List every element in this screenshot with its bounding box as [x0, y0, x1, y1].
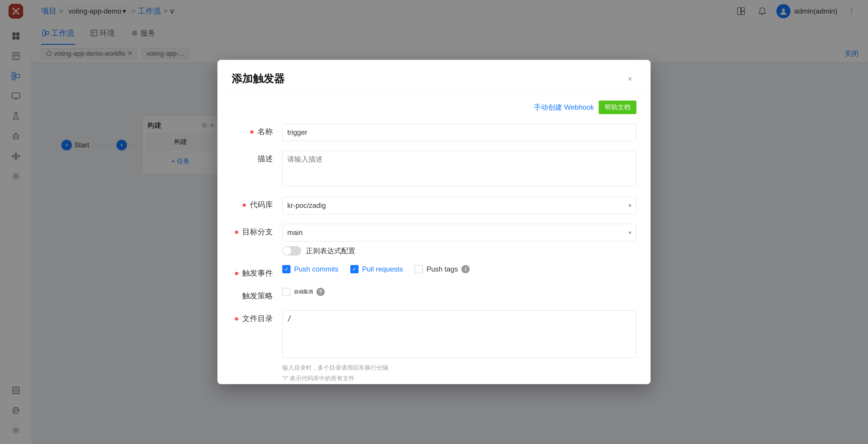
- form-row-desc: 描述: [231, 151, 637, 187]
- repo-label: ● 代码库: [231, 197, 273, 210]
- filedir-input[interactable]: /: [282, 310, 637, 358]
- regex-toggle[interactable]: [282, 246, 301, 256]
- auto-cancel-label: 自动取消: [294, 289, 313, 295]
- branch-value: main: [287, 229, 303, 237]
- modal-overlay: 添加触发器 × 手动创建 Webhook 帮助文档 ● 名称: [0, 0, 868, 444]
- repo-select[interactable]: kr-poc/zadig ▾: [282, 197, 637, 214]
- events-checkbox-group: ✓ Push commits ✓ Pull requests Push tags…: [282, 265, 637, 273]
- branch-label: ● 目标分支: [231, 224, 273, 237]
- filedir-required: ●: [234, 314, 239, 323]
- form-row-filedir: ● 文件目录 / 输入目录时，多个目录请用回车换行分隔 "/" 表示代码库中的所…: [231, 310, 637, 384]
- branch-select[interactable]: main ▾: [282, 224, 637, 241]
- filedir-label: ● 文件目录: [231, 310, 273, 324]
- desc-field: [282, 151, 637, 187]
- repo-required: ●: [242, 200, 247, 209]
- form-row-events: ● 触发事件 ✓ Push commits ✓ Pull requests: [231, 265, 637, 278]
- events-label: ● 触发事件: [231, 265, 273, 278]
- form-row-branch: ● 目标分支 main ▾ 正则表达式配置: [231, 224, 637, 256]
- push-tags-checkbox[interactable]: [414, 265, 423, 273]
- strategy-field: 自动取消 ?: [282, 288, 637, 296]
- modal-body: 手动创建 Webhook 帮助文档 ● 名称 描述: [217, 93, 651, 384]
- desc-label: 描述: [231, 151, 273, 164]
- push-commits-checkbox[interactable]: ✓: [282, 265, 290, 273]
- pull-requests-label: Pull requests: [362, 265, 403, 273]
- name-label: ● 名称: [231, 123, 273, 137]
- push-commits-label: Push commits: [294, 265, 339, 273]
- help-doc-btn[interactable]: 帮助文档: [599, 100, 637, 114]
- repo-value: kr-poc/zadig: [287, 201, 326, 210]
- auto-cancel-checkbox[interactable]: [282, 288, 290, 296]
- push-tags-label: Push tags: [426, 265, 458, 273]
- regex-toggle-label: 正则表达式配置: [306, 246, 355, 256]
- modal-title: 添加触发器: [231, 72, 285, 86]
- strategy-row: 自动取消 ?: [282, 288, 637, 296]
- form-row-strategy: 触发策略 自动取消 ?: [231, 288, 637, 301]
- push-commits-item[interactable]: ✓ Push commits: [282, 265, 339, 273]
- regex-toggle-thumb: [283, 247, 291, 255]
- pull-requests-checkbox[interactable]: ✓: [350, 265, 359, 273]
- branch-required: ●: [234, 227, 239, 236]
- strategy-label: 触发策略: [231, 288, 273, 301]
- name-required: ●: [250, 127, 254, 136]
- events-required: ●: [234, 269, 239, 277]
- name-field: [282, 123, 637, 141]
- branch-field: main ▾ 正则表达式配置: [282, 224, 637, 256]
- name-input[interactable]: [282, 123, 637, 141]
- events-field: ✓ Push commits ✓ Pull requests Push tags…: [282, 265, 637, 273]
- repo-arrow-icon: ▾: [628, 202, 631, 209]
- repo-field: kr-poc/zadig ▾: [282, 197, 637, 214]
- pull-requests-item[interactable]: ✓ Pull requests: [350, 265, 403, 273]
- form-row-name: ● 名称: [231, 123, 637, 141]
- manual-webhook-link[interactable]: 手动创建 Webhook: [534, 102, 594, 112]
- modal-close-btn[interactable]: ×: [623, 72, 637, 86]
- desc-input[interactable]: [282, 151, 637, 186]
- modal-header: 添加触发器 ×: [217, 60, 651, 93]
- auto-cancel-info-icon[interactable]: ?: [316, 288, 325, 296]
- webhook-row: 手动创建 Webhook 帮助文档: [231, 100, 637, 114]
- filedir-field: / 输入目录时，多个目录请用回车换行分隔 "/" 表示代码库中的所有文件 用 "…: [282, 310, 637, 384]
- push-tags-info-icon[interactable]: i: [461, 265, 470, 273]
- add-trigger-modal: 添加触发器 × 手动创建 Webhook 帮助文档 ● 名称: [217, 60, 651, 384]
- branch-arrow-icon: ▾: [628, 229, 631, 236]
- form-row-repo: ● 代码库 kr-poc/zadig ▾: [231, 197, 637, 214]
- filedir-hint: 输入目录时，多个目录请用回车换行分隔 "/" 表示代码库中的所有文件 用 "!"…: [282, 362, 637, 384]
- regex-toggle-row: 正则表达式配置: [282, 246, 637, 256]
- push-tags-item[interactable]: Push tags i: [414, 265, 470, 273]
